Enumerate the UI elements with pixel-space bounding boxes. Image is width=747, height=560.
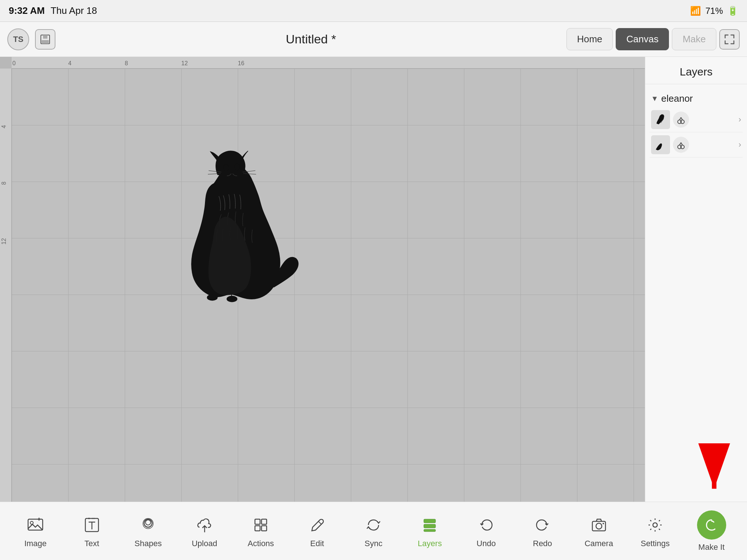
canvas-nav-button[interactable]: Canvas <box>616 28 669 50</box>
ruler-vmark-8: 8 <box>1 182 7 185</box>
ruler-mark-8: 8 <box>125 60 128 67</box>
layer-thumb-svg-2 <box>654 138 667 152</box>
tool-sync[interactable]: Sync <box>355 514 392 548</box>
redo-svg-icon <box>534 517 550 533</box>
cut-icon-2 <box>676 140 686 150</box>
layers-label: Layers <box>418 539 442 548</box>
layer-thumbnail <box>651 135 670 154</box>
redo-icon <box>534 514 550 536</box>
undo-svg-icon <box>478 517 494 533</box>
svg-rect-35 <box>424 524 436 528</box>
layer-item[interactable]: › <box>650 107 743 132</box>
svg-line-18 <box>681 143 682 145</box>
ruler-vmark-4: 4 <box>1 125 7 128</box>
ruler-mark-12: 12 <box>181 60 188 67</box>
layer-visibility-icon[interactable] <box>673 137 689 153</box>
text-icon <box>84 514 100 536</box>
tool-undo[interactable]: Undo <box>468 514 504 548</box>
svg-point-38 <box>596 523 602 529</box>
actions-label: Actions <box>248 539 274 548</box>
svg-line-17 <box>680 143 681 145</box>
svg-rect-29 <box>255 519 260 524</box>
shapes-label: Shapes <box>135 539 162 548</box>
svg-point-20 <box>30 521 33 524</box>
layers-svg-icon <box>422 517 438 533</box>
shapes-svg-icon <box>140 517 156 533</box>
redo-label: Redo <box>533 539 552 548</box>
undo-label: Undo <box>477 539 496 548</box>
save-icon <box>39 34 51 45</box>
status-bar: 9:32 AM Thu Apr 18 📶 71% 🔋 <box>0 0 747 22</box>
layer-thumbnail <box>651 110 670 129</box>
upload-icon <box>197 514 213 536</box>
drawing-canvas[interactable] <box>12 69 645 502</box>
layers-panel-title: Layers <box>645 57 747 84</box>
settings-svg-icon <box>647 517 663 533</box>
expand-icon <box>724 34 735 45</box>
battery-percentage: 71% <box>705 6 723 16</box>
text-label: Text <box>84 539 99 548</box>
cat-svg <box>150 141 314 313</box>
make-it-button[interactable]: Make It <box>693 510 730 552</box>
tool-actions[interactable]: Actions <box>243 514 279 548</box>
tool-layers[interactable]: Layers <box>411 514 448 548</box>
cricut-icon <box>704 517 720 533</box>
actions-icon <box>253 514 269 536</box>
tool-redo[interactable]: Redo <box>524 514 561 548</box>
tool-edit[interactable]: Edit <box>299 514 335 548</box>
expand-button[interactable] <box>719 29 740 50</box>
edit-icon <box>309 514 325 536</box>
layer-chevron-icon[interactable]: › <box>739 140 741 149</box>
status-time: 9:32 AM <box>9 5 45 16</box>
image-label: Image <box>24 539 47 548</box>
svg-rect-32 <box>262 526 267 531</box>
layer-chevron-icon[interactable]: › <box>739 115 741 124</box>
make-it-label: Make It <box>698 542 725 552</box>
svg-rect-36 <box>424 529 436 532</box>
camera-svg-icon <box>591 517 607 533</box>
edit-label: Edit <box>310 539 324 548</box>
svg-point-3 <box>223 164 229 171</box>
shapes-icon <box>140 514 156 536</box>
save-button[interactable] <box>35 29 55 50</box>
edit-svg-icon <box>309 517 325 533</box>
actions-svg-icon <box>253 517 269 533</box>
make-it-fab-icon <box>697 510 726 540</box>
svg-point-9 <box>207 295 217 300</box>
tool-image[interactable]: Image <box>17 514 54 548</box>
tool-text[interactable]: Text <box>74 514 110 548</box>
home-nav-button[interactable]: Home <box>566 28 613 50</box>
svg-point-40 <box>653 523 657 527</box>
upload-svg-icon <box>197 517 213 533</box>
tool-shapes[interactable]: Shapes <box>130 514 166 548</box>
group-header[interactable]: ▼ eleanor <box>650 90 743 107</box>
svg-rect-30 <box>262 519 267 524</box>
canvas-area[interactable]: 0 4 8 12 16 4 8 12 <box>0 57 645 502</box>
ruler-mark-16: 16 <box>238 60 244 67</box>
layers-group: ▼ eleanor › <box>645 84 747 163</box>
group-name: eleanor <box>661 93 693 104</box>
ruler-mark-0: 0 <box>12 60 16 67</box>
svg-rect-31 <box>255 526 260 531</box>
svg-rect-1 <box>43 35 47 39</box>
make-nav-button[interactable]: Make <box>672 28 716 50</box>
avatar-button[interactable]: TS <box>7 28 29 50</box>
image-icon <box>27 514 44 536</box>
image-svg-icon <box>27 517 44 533</box>
sync-svg-icon <box>365 517 382 533</box>
layer-visibility-icon[interactable] <box>673 112 689 128</box>
tool-settings[interactable]: Settings <box>637 514 673 548</box>
ruler-vmark-12: 12 <box>1 238 7 245</box>
wifi-icon: 📶 <box>690 6 701 16</box>
tool-upload[interactable]: Upload <box>186 514 223 548</box>
document-title: Untitled * <box>286 32 336 46</box>
tool-camera[interactable]: Camera <box>581 514 617 548</box>
text-svg-icon <box>84 517 100 533</box>
cat-image[interactable] <box>150 141 314 306</box>
camera-icon <box>591 514 607 536</box>
camera-label: Camera <box>585 539 613 548</box>
undo-icon <box>478 514 494 536</box>
settings-label: Settings <box>640 539 670 548</box>
layer-item[interactable]: › <box>650 132 743 158</box>
svg-line-14 <box>681 117 682 120</box>
